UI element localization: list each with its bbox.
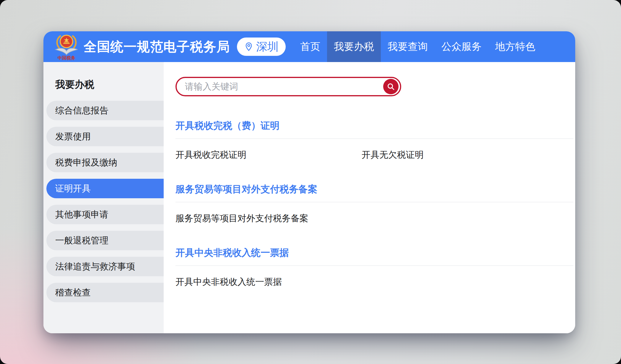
service-section: 服务贸易等项目对外支付税务备案服务贸易等项目对外支付税务备案 (175, 183, 575, 225)
nav-item[interactable]: 我要办税 (327, 31, 381, 62)
section-divider (175, 265, 573, 266)
sidebar-item[interactable]: 税费申报及缴纳 (46, 153, 164, 172)
sidebar-item[interactable]: 其他事项申请 (46, 205, 164, 224)
nav-item[interactable]: 地方特色 (488, 31, 542, 62)
service-link[interactable]: 开具中央非税收入统一票据 (175, 276, 282, 288)
nav-item[interactable]: 我要查询 (381, 31, 435, 62)
section-items-row: 开具中央非税收入统一票据 (175, 276, 575, 288)
sections: 开具税收完税（费）证明开具税收完税证明开具无欠税证明服务贸易等项目对外支付税务备… (175, 119, 575, 288)
service-link[interactable]: 开具税收完税证明 (175, 149, 246, 161)
section-items-row: 服务贸易等项目对外支付税务备案 (175, 212, 575, 225)
section-heading-link[interactable]: 开具中央非税收入统一票据 (175, 246, 289, 259)
header: 中国税务 全国统一规范电子税务局 深圳 首页我要办税我要查询公众服务地方特色 (43, 31, 575, 62)
sidebar-list: 综合信息报告发票使用税费申报及缴纳证明开具其他事项申请一般退税管理法律追责与救济… (43, 101, 164, 302)
primary-nav: 首页我要办税我要查询公众服务地方特色 (293, 31, 542, 62)
service-section: 开具税收完税（费）证明开具税收完税证明开具无欠税证明 (175, 119, 575, 161)
search-bar (175, 77, 401, 96)
sidebar-item[interactable]: 法律追责与救济事项 (46, 257, 164, 276)
nav-item[interactable]: 公众服务 (435, 31, 488, 62)
sidebar-title: 我要办税 (55, 78, 164, 91)
section-divider (175, 202, 573, 202)
app-window: 中国税务 全国统一规范电子税务局 深圳 首页我要办税我要查询公众服务地方特色 我… (43, 31, 575, 333)
sidebar-item[interactable]: 综合信息报告 (46, 101, 164, 120)
service-link[interactable]: 服务贸易等项目对外支付税务备案 (175, 212, 308, 225)
nav-item[interactable]: 首页 (293, 31, 327, 62)
logo-subtext: 中国税务 (58, 55, 76, 60)
sidebar-item[interactable]: 稽查检查 (46, 283, 164, 302)
service-link[interactable]: 开具无欠税证明 (362, 149, 424, 161)
main-content: 开具税收完税（费）证明开具税收完税证明开具无欠税证明服务贸易等项目对外支付税务备… (164, 62, 575, 333)
location-pill[interactable]: 深圳 (237, 38, 286, 56)
window-body: 我要办税 综合信息报告发票使用税费申报及缴纳证明开具其他事项申请一般退税管理法律… (43, 62, 575, 333)
location-pin-icon (244, 42, 253, 51)
sidebar-item[interactable]: 一般退税管理 (46, 231, 164, 250)
sidebar-item[interactable]: 证明开具 (46, 179, 164, 198)
brand: 中国税务 全国统一规范电子税务局 深圳 (43, 31, 286, 62)
search-input[interactable] (184, 81, 379, 92)
service-section: 开具中央非税收入统一票据开具中央非税收入统一票据 (175, 246, 575, 288)
tax-bureau-logo: 中国税务 (53, 33, 79, 61)
section-items-row: 开具税收完税证明开具无欠税证明 (175, 149, 575, 161)
desktop-background: 中国税务 全国统一规范电子税务局 深圳 首页我要办税我要查询公众服务地方特色 我… (0, 0, 621, 364)
section-heading-link[interactable]: 开具税收完税（费）证明 (175, 119, 279, 132)
search-button[interactable] (383, 79, 399, 94)
section-heading-link[interactable]: 服务贸易等项目对外支付税务备案 (175, 183, 317, 196)
location-label: 深圳 (256, 39, 279, 54)
sidebar-item[interactable]: 发票使用 (46, 127, 164, 146)
app-title: 全国统一规范电子税务局 (84, 38, 230, 56)
sidebar: 我要办税 综合信息报告发票使用税费申报及缴纳证明开具其他事项申请一般退税管理法律… (43, 62, 164, 333)
search-icon (386, 82, 395, 91)
section-divider (175, 138, 573, 139)
